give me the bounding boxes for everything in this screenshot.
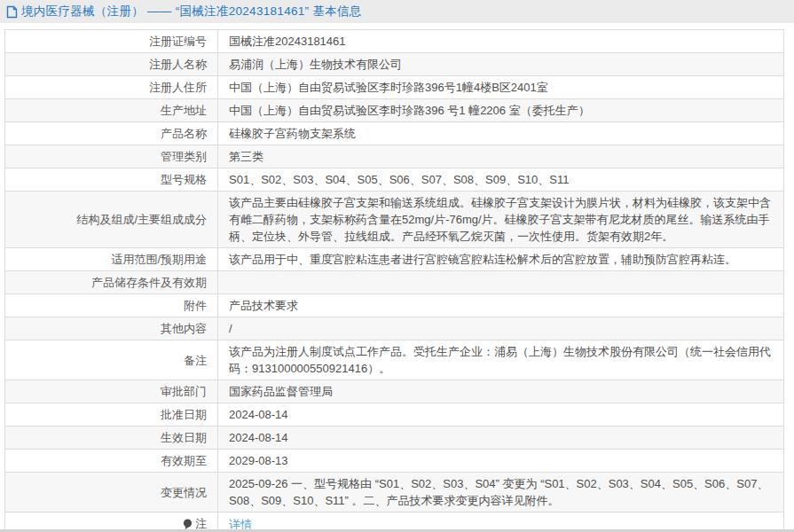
document-icon	[6, 5, 18, 19]
table-row: 产品名称 硅橡胶子宫药物支架系统	[5, 122, 784, 145]
label-remarks: 备注	[5, 340, 218, 380]
label-management-class: 管理类别	[5, 145, 218, 168]
value-intended-use: 该产品用于中、重度宫腔粘连患者进行宫腔镜宫腔粘连松解术后的宫腔放置，辅助预防宫腔…	[218, 248, 784, 271]
label-structure-composition: 结构及组成/主要组成成分	[5, 192, 218, 248]
table-row: 生产地址 中国（上海）自由贸易试验区李时珍路396 号1 幢2206 室（委托生…	[5, 99, 784, 122]
value-registrant-name: 易浦润（上海）生物技术有限公司	[218, 53, 784, 76]
value-effective-date: 2024-08-14	[218, 426, 784, 450]
label-intended-use: 适用范围/预期用途	[5, 248, 218, 271]
table-row: 结构及组成/主要组成成分 该产品主要由硅橡胶子宫支架和输送系统组成。硅橡胶子宫支…	[5, 192, 784, 248]
label-registrant-name: 注册人名称	[5, 53, 218, 76]
label-approval-department: 审批部门	[5, 380, 218, 403]
label-approval-date: 批准日期	[5, 403, 218, 426]
registration-info-table: 注册证编号 国械注准20243181461 注册人名称 易浦润（上海）生物技术有…	[4, 29, 784, 532]
label-attachment: 附件	[5, 294, 218, 317]
label-model-spec: 型号规格	[5, 168, 218, 192]
label-expiry-date: 有效期至	[5, 450, 218, 473]
value-attachment: 产品技术要求	[218, 294, 784, 317]
table-row: 其他内容 /	[5, 317, 784, 340]
label-effective-date: 生效日期	[5, 426, 218, 450]
table-row: 附件 产品技术要求	[5, 294, 784, 317]
value-storage-conditions	[218, 271, 784, 294]
label-product-name: 产品名称	[5, 122, 218, 145]
value-registrant-address: 中国（上海）自由贸易试验区李时珍路396号1幢4楼B区2401室	[218, 76, 784, 99]
table-row: 产品储存条件及有效期	[5, 271, 784, 294]
table-row: 变更情况 2025-09-26 一、型号规格由 “S01、S02、S03、S04…	[5, 473, 784, 512]
table-row: 注册证编号 国械注准20243181461	[5, 30, 784, 53]
label-other-content: 其他内容	[5, 317, 218, 340]
table-row: 批准日期 2024-08-14	[5, 403, 784, 426]
table-row: 管理类别 第三类	[5, 145, 784, 168]
value-structure-composition: 该产品主要由硅橡胶子宫支架和输送系统组成。硅橡胶子宫支架设计为膜片状，材料为硅橡…	[218, 192, 784, 248]
value-other-content: /	[218, 317, 784, 340]
label-registration-cert-number: 注册证编号	[5, 30, 218, 53]
label-production-address: 生产地址	[5, 99, 218, 122]
table-row: 生效日期 2024-08-14	[5, 426, 784, 450]
label-registrant-address: 注册人住所	[5, 76, 218, 99]
value-product-name: 硅橡胶子宫药物支架系统	[218, 122, 784, 145]
page-header: 境内医疗器械（注册） —— “国械注准20243181461” 基本信息	[0, 0, 794, 23]
value-remarks: 该产品为注册人制度试点工作产品。受托生产企业：浦易（上海）生物技术股份有限公司（…	[218, 340, 784, 380]
table-row: 备注 该产品为注册人制度试点工作产品。受托生产企业：浦易（上海）生物技术股份有限…	[5, 340, 784, 380]
label-storage-conditions: 产品储存条件及有效期	[5, 271, 218, 294]
value-registration-cert-number: 国械注准20243181461	[218, 30, 784, 53]
table-row: 适用范围/预期用途 该产品用于中、重度宫腔粘连患者进行宫腔镜宫腔粘连松解术后的宫…	[5, 248, 784, 271]
table-row: 注册人住所 中国（上海）自由贸易试验区李时珍路396号1幢4楼B区2401室	[5, 76, 784, 99]
value-production-address: 中国（上海）自由贸易试验区李时珍路396 号1 幢2206 室（委托生产）	[218, 99, 784, 122]
value-model-spec: S01、S02、S03、S04、S05、S06、S07、S08、S09、S10、…	[218, 168, 784, 192]
value-change-status: 2025-09-26 一、型号规格由 “S01、S02、S03、S04” 变更为…	[218, 473, 784, 512]
label-change-status: 变更情况	[5, 473, 218, 512]
table-row: 有效期至 2029-08-13	[5, 450, 784, 473]
table-row: 型号规格 S01、S02、S03、S04、S05、S06、S07、S08、S09…	[5, 168, 784, 192]
value-approval-date: 2024-08-14	[218, 403, 784, 426]
value-approval-department: 国家药品监督管理局	[218, 380, 784, 403]
table-row: 注册人名称 易浦润（上海）生物技术有限公司	[5, 53, 784, 76]
value-expiry-date: 2029-08-13	[218, 450, 784, 473]
value-management-class: 第三类	[218, 145, 784, 168]
table-row: 审批部门 国家药品监督管理局	[5, 380, 784, 403]
page-title: 境内医疗器械（注册） —— “国械注准20243181461” 基本信息	[21, 4, 362, 20]
